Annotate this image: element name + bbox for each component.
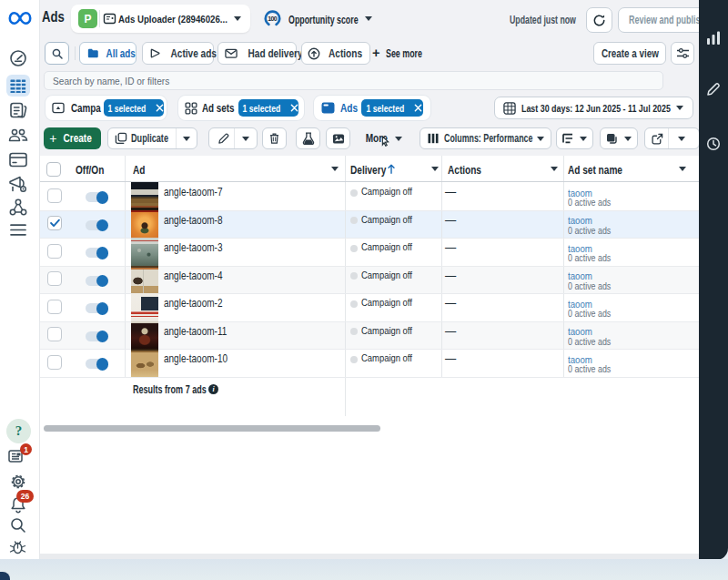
svg-text:100: 100 [268, 15, 278, 22]
